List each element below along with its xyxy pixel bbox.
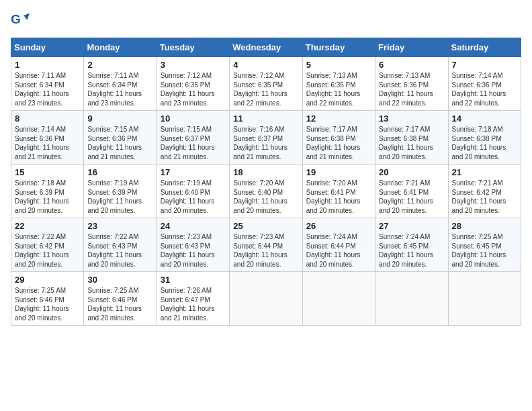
day-number: 20 [379,167,444,177]
day-number: 31 [161,275,226,285]
day-info: Sunrise: 7:19 AMSunset: 6:39 PMDaylight:… [87,179,152,215]
day-number: 13 [379,113,444,124]
day-info: Sunrise: 7:20 AMSunset: 6:40 PMDaylight:… [233,179,298,215]
day-number: 5 [306,60,371,70]
day-cell-29: 29Sunrise: 7:25 AMSunset: 6:46 PMDayligh… [11,272,84,326]
day-cell-12: 12Sunrise: 7:17 AMSunset: 6:38 PMDayligh… [302,111,375,165]
day-number: 1 [15,60,80,70]
day-cell-3: 3Sunrise: 7:12 AMSunset: 6:35 PMDaylight… [157,57,229,111]
day-info: Sunrise: 7:17 AMSunset: 6:38 PMDaylight:… [306,125,371,161]
day-info: Sunrise: 7:25 AMSunset: 6:46 PMDaylight:… [15,286,80,322]
column-header-monday: Monday [84,38,157,57]
calendar-week-3: 15Sunrise: 7:18 AMSunset: 6:39 PMDayligh… [11,165,521,218]
column-header-tuesday: Tuesday [157,38,229,57]
day-info: Sunrise: 7:12 AMSunset: 6:35 PMDaylight:… [233,71,298,107]
calendar-week-1: 1Sunrise: 7:11 AMSunset: 6:34 PMDaylight… [11,57,521,111]
day-number: 3 [161,60,226,70]
day-number: 24 [161,221,226,231]
day-info: Sunrise: 7:25 AMSunset: 6:45 PMDaylight:… [452,232,517,269]
day-number: 18 [233,167,298,177]
calendar-table: SundayMondayTuesdayWednesdayThursdayFrid… [11,38,521,326]
day-info: Sunrise: 7:21 AMSunset: 6:41 PMDaylight:… [379,179,444,215]
day-info: Sunrise: 7:11 AMSunset: 6:34 PMDaylight:… [87,71,152,107]
day-number: 10 [161,113,226,124]
day-cell-26: 26Sunrise: 7:24 AMSunset: 6:44 PMDayligh… [302,218,375,272]
day-info: Sunrise: 7:23 AMSunset: 6:44 PMDaylight:… [233,232,298,269]
day-info: Sunrise: 7:18 AMSunset: 6:39 PMDaylight:… [15,179,80,215]
day-cell-8: 8Sunrise: 7:14 AMSunset: 6:36 PMDaylight… [11,111,84,165]
page-header: G [11,11,521,30]
column-header-friday: Friday [375,38,448,57]
day-number: 11 [233,113,298,124]
day-info: Sunrise: 7:21 AMSunset: 6:42 PMDaylight:… [452,179,517,215]
day-number: 19 [306,167,371,177]
day-number: 17 [161,167,226,177]
day-cell-14: 14Sunrise: 7:18 AMSunset: 6:38 PMDayligh… [448,111,521,165]
day-cell-21: 21Sunrise: 7:21 AMSunset: 6:42 PMDayligh… [448,165,521,218]
column-header-thursday: Thursday [302,38,375,57]
day-number: 15 [15,167,80,177]
day-cell-24: 24Sunrise: 7:23 AMSunset: 6:43 PMDayligh… [157,218,229,272]
day-cell-1: 1Sunrise: 7:11 AMSunset: 6:34 PMDaylight… [11,57,84,111]
day-number: 12 [306,113,371,124]
day-cell-19: 19Sunrise: 7:20 AMSunset: 6:41 PMDayligh… [302,165,375,218]
day-cell-15: 15Sunrise: 7:18 AMSunset: 6:39 PMDayligh… [11,165,84,218]
day-info: Sunrise: 7:20 AMSunset: 6:41 PMDaylight:… [306,179,371,215]
day-info: Sunrise: 7:24 AMSunset: 6:44 PMDaylight:… [306,232,371,269]
day-number: 6 [379,60,444,70]
day-info: Sunrise: 7:25 AMSunset: 6:46 PMDaylight:… [87,286,152,322]
day-number: 7 [452,60,517,70]
empty-cell [448,272,521,326]
day-info: Sunrise: 7:18 AMSunset: 6:38 PMDaylight:… [452,125,517,161]
day-number: 4 [233,60,298,70]
day-cell-2: 2Sunrise: 7:11 AMSunset: 6:34 PMDaylight… [84,57,157,111]
day-number: 25 [233,221,298,231]
day-cell-6: 6Sunrise: 7:13 AMSunset: 6:36 PMDaylight… [375,57,448,111]
day-number: 8 [15,113,80,124]
empty-cell [302,272,375,326]
day-info: Sunrise: 7:26 AMSunset: 6:47 PMDaylight:… [161,286,226,322]
day-cell-9: 9Sunrise: 7:15 AMSunset: 6:36 PMDaylight… [84,111,157,165]
day-cell-5: 5Sunrise: 7:13 AMSunset: 6:35 PMDaylight… [302,57,375,111]
day-cell-18: 18Sunrise: 7:20 AMSunset: 6:40 PMDayligh… [230,165,302,218]
day-info: Sunrise: 7:14 AMSunset: 6:36 PMDaylight:… [15,125,80,161]
day-cell-27: 27Sunrise: 7:24 AMSunset: 6:45 PMDayligh… [375,218,448,272]
column-header-sunday: Sunday [11,38,84,57]
day-number: 27 [379,221,444,231]
empty-cell [375,272,448,326]
day-info: Sunrise: 7:15 AMSunset: 6:36 PMDaylight:… [87,125,152,161]
day-info: Sunrise: 7:13 AMSunset: 6:36 PMDaylight:… [379,71,444,107]
day-info: Sunrise: 7:11 AMSunset: 6:34 PMDaylight:… [15,71,80,107]
day-info: Sunrise: 7:14 AMSunset: 6:36 PMDaylight:… [452,71,517,107]
day-info: Sunrise: 7:15 AMSunset: 6:37 PMDaylight:… [161,125,226,161]
day-info: Sunrise: 7:13 AMSunset: 6:35 PMDaylight:… [306,71,371,107]
day-number: 29 [15,275,80,285]
day-info: Sunrise: 7:23 AMSunset: 6:43 PMDaylight:… [161,232,226,269]
day-info: Sunrise: 7:17 AMSunset: 6:38 PMDaylight:… [379,125,444,161]
day-number: 14 [452,113,517,124]
day-cell-30: 30Sunrise: 7:25 AMSunset: 6:46 PMDayligh… [84,272,157,326]
column-header-wednesday: Wednesday [230,38,302,57]
day-number: 9 [87,113,152,124]
day-number: 21 [452,167,517,177]
day-info: Sunrise: 7:19 AMSunset: 6:40 PMDaylight:… [161,179,226,215]
empty-cell [230,272,302,326]
day-info: Sunrise: 7:22 AMSunset: 6:42 PMDaylight:… [15,232,80,269]
day-number: 2 [87,60,152,70]
day-cell-23: 23Sunrise: 7:22 AMSunset: 6:43 PMDayligh… [84,218,157,272]
day-info: Sunrise: 7:16 AMSunset: 6:37 PMDaylight:… [233,125,298,161]
day-cell-7: 7Sunrise: 7:14 AMSunset: 6:36 PMDaylight… [448,57,521,111]
day-number: 28 [452,221,517,231]
day-cell-10: 10Sunrise: 7:15 AMSunset: 6:37 PMDayligh… [157,111,229,165]
day-cell-4: 4Sunrise: 7:12 AMSunset: 6:35 PMDaylight… [230,57,302,111]
day-cell-20: 20Sunrise: 7:21 AMSunset: 6:41 PMDayligh… [375,165,448,218]
day-cell-11: 11Sunrise: 7:16 AMSunset: 6:37 PMDayligh… [230,111,302,165]
day-info: Sunrise: 7:24 AMSunset: 6:45 PMDaylight:… [379,232,444,269]
day-info: Sunrise: 7:22 AMSunset: 6:43 PMDaylight:… [87,232,152,269]
day-number: 30 [87,275,152,285]
day-cell-13: 13Sunrise: 7:17 AMSunset: 6:38 PMDayligh… [375,111,448,165]
logo-icon: G [11,11,30,30]
day-number: 16 [87,167,152,177]
calendar-header-row: SundayMondayTuesdayWednesdayThursdayFrid… [11,38,521,57]
svg-marker-1 [24,13,30,21]
